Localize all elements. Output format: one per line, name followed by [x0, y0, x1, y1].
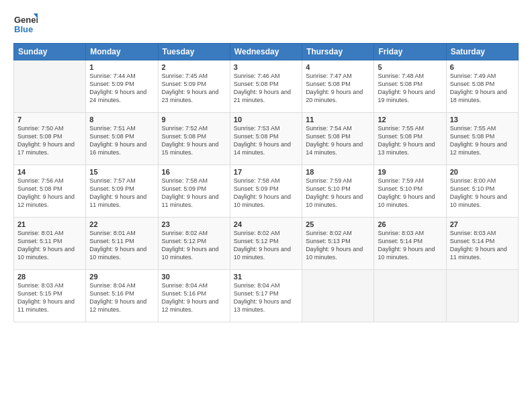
day-number: 19: [378, 168, 442, 176]
header-monday: Monday: [86, 44, 158, 60]
day-number: 15: [89, 168, 154, 176]
day-info: Sunrise: 7:58 AMSunset: 5:09 PMDaylight:…: [162, 177, 226, 210]
day-info: Sunrise: 7:57 AMSunset: 5:09 PMDaylight:…: [89, 177, 154, 210]
day-info: Sunrise: 7:45 AMSunset: 5:09 PMDaylight:…: [162, 72, 226, 105]
header: General Blue: [13, 12, 519, 36]
cell-w2-d1: 8Sunrise: 7:51 AMSunset: 5:08 PMDaylight…: [86, 113, 158, 165]
day-info: Sunrise: 7:49 AMSunset: 5:08 PMDaylight:…: [450, 72, 515, 105]
cell-w5-d1: 29Sunrise: 8:04 AMSunset: 5:16 PMDayligh…: [86, 270, 158, 322]
day-number: 31: [234, 273, 298, 281]
day-info: Sunrise: 8:02 AMSunset: 5:12 PMDaylight:…: [234, 229, 298, 262]
cell-w5-d4: [302, 270, 374, 322]
day-info: Sunrise: 8:01 AMSunset: 5:11 PMDaylight:…: [89, 229, 154, 262]
day-number: 30: [162, 273, 226, 281]
cell-w1-d5: 5Sunrise: 7:48 AMSunset: 5:08 PMDaylight…: [374, 60, 446, 113]
cell-w5-d3: 31Sunrise: 8:04 AMSunset: 5:17 PMDayligh…: [230, 270, 302, 322]
cell-w1-d3: 3Sunrise: 7:46 AMSunset: 5:08 PMDaylight…: [230, 60, 302, 113]
cell-w2-d3: 10Sunrise: 7:53 AMSunset: 5:08 PMDayligh…: [230, 113, 302, 165]
cell-w3-d2: 16Sunrise: 7:58 AMSunset: 5:09 PMDayligh…: [158, 165, 230, 218]
day-number: 6: [450, 63, 515, 71]
header-tuesday: Tuesday: [158, 44, 230, 60]
cell-w3-d0: 14Sunrise: 7:56 AMSunset: 5:08 PMDayligh…: [14, 165, 86, 218]
day-info: Sunrise: 8:01 AMSunset: 5:11 PMDaylight:…: [17, 229, 82, 262]
svg-text:Blue: Blue: [14, 24, 33, 34]
cell-w2-d6: 13Sunrise: 7:55 AMSunset: 5:08 PMDayligh…: [446, 113, 518, 165]
day-number: 12: [378, 116, 442, 124]
cell-w4-d2: 23Sunrise: 8:02 AMSunset: 5:12 PMDayligh…: [158, 218, 230, 270]
cell-w2-d0: 7Sunrise: 7:50 AMSunset: 5:08 PMDaylight…: [14, 113, 86, 165]
header-saturday: Saturday: [446, 44, 518, 60]
day-info: Sunrise: 7:47 AMSunset: 5:08 PMDaylight:…: [306, 72, 370, 105]
week-row-4: 21Sunrise: 8:01 AMSunset: 5:11 PMDayligh…: [14, 218, 519, 270]
day-number: 25: [306, 220, 370, 228]
day-number: 28: [17, 273, 82, 281]
page: General Blue SundayMondayTuesdayWednesda…: [0, 0, 532, 411]
cell-w2-d2: 9Sunrise: 7:52 AMSunset: 5:08 PMDaylight…: [158, 113, 230, 165]
cell-w4-d6: 27Sunrise: 8:03 AMSunset: 5:14 PMDayligh…: [446, 218, 518, 270]
cell-w5-d0: 28Sunrise: 8:03 AMSunset: 5:15 PMDayligh…: [14, 270, 86, 322]
cell-w1-d4: 4Sunrise: 7:47 AMSunset: 5:08 PMDaylight…: [302, 60, 374, 113]
day-info: Sunrise: 8:00 AMSunset: 5:10 PMDaylight:…: [450, 177, 515, 210]
day-info: Sunrise: 8:03 AMSunset: 5:14 PMDaylight:…: [450, 229, 515, 262]
cell-w3-d4: 18Sunrise: 7:59 AMSunset: 5:10 PMDayligh…: [302, 165, 374, 218]
cell-w3-d3: 17Sunrise: 7:58 AMSunset: 5:09 PMDayligh…: [230, 165, 302, 218]
day-info: Sunrise: 7:59 AMSunset: 5:10 PMDaylight:…: [378, 177, 442, 210]
day-number: 1: [89, 63, 154, 71]
cell-w1-d1: 1Sunrise: 7:44 AMSunset: 5:09 PMDaylight…: [86, 60, 158, 113]
day-info: Sunrise: 7:51 AMSunset: 5:08 PMDaylight:…: [89, 124, 154, 157]
day-info: Sunrise: 7:48 AMSunset: 5:08 PMDaylight:…: [378, 72, 442, 105]
day-number: 8: [89, 116, 154, 124]
day-number: 20: [450, 168, 515, 176]
cell-w2-d4: 11Sunrise: 7:54 AMSunset: 5:08 PMDayligh…: [302, 113, 374, 165]
day-number: 7: [17, 116, 82, 124]
day-number: 4: [306, 63, 370, 71]
day-number: 24: [234, 220, 298, 228]
day-info: Sunrise: 7:56 AMSunset: 5:08 PMDaylight:…: [17, 177, 82, 210]
day-number: 17: [234, 168, 298, 176]
week-row-2: 7Sunrise: 7:50 AMSunset: 5:08 PMDaylight…: [14, 113, 519, 165]
day-info: Sunrise: 7:59 AMSunset: 5:10 PMDaylight:…: [306, 177, 370, 210]
cell-w4-d3: 24Sunrise: 8:02 AMSunset: 5:12 PMDayligh…: [230, 218, 302, 270]
cell-w1-d6: 6Sunrise: 7:49 AMSunset: 5:08 PMDaylight…: [446, 60, 518, 113]
day-info: Sunrise: 8:02 AMSunset: 5:13 PMDaylight:…: [306, 229, 370, 262]
day-info: Sunrise: 7:58 AMSunset: 5:09 PMDaylight:…: [234, 177, 298, 210]
day-number: 2: [162, 63, 226, 71]
day-number: 10: [234, 116, 298, 124]
cell-w4-d5: 26Sunrise: 8:03 AMSunset: 5:14 PMDayligh…: [374, 218, 446, 270]
day-number: 26: [378, 220, 442, 228]
cell-w3-d5: 19Sunrise: 7:59 AMSunset: 5:10 PMDayligh…: [374, 165, 446, 218]
day-info: Sunrise: 7:55 AMSunset: 5:08 PMDaylight:…: [450, 124, 515, 157]
logo-svg: General Blue: [13, 12, 38, 36]
header-sunday: Sunday: [14, 44, 86, 60]
day-info: Sunrise: 8:03 AMSunset: 5:15 PMDaylight:…: [17, 281, 82, 314]
cell-w1-d0: [14, 60, 86, 113]
week-row-1: 1Sunrise: 7:44 AMSunset: 5:09 PMDaylight…: [14, 60, 519, 113]
calendar-header-row: SundayMondayTuesdayWednesdayThursdayFrid…: [14, 44, 519, 60]
svg-text:General: General: [14, 15, 38, 25]
header-thursday: Thursday: [302, 44, 374, 60]
cell-w2-d5: 12Sunrise: 7:55 AMSunset: 5:08 PMDayligh…: [374, 113, 446, 165]
day-info: Sunrise: 8:02 AMSunset: 5:12 PMDaylight:…: [162, 229, 226, 262]
day-info: Sunrise: 7:55 AMSunset: 5:08 PMDaylight:…: [378, 124, 442, 157]
day-number: 29: [89, 273, 154, 281]
day-info: Sunrise: 8:04 AMSunset: 5:16 PMDaylight:…: [89, 281, 154, 314]
day-number: 21: [17, 220, 82, 228]
logo: General Blue: [13, 12, 38, 36]
day-info: Sunrise: 8:03 AMSunset: 5:14 PMDaylight:…: [378, 229, 442, 262]
week-row-3: 14Sunrise: 7:56 AMSunset: 5:08 PMDayligh…: [14, 165, 519, 218]
day-number: 9: [162, 116, 226, 124]
cell-w3-d6: 20Sunrise: 8:00 AMSunset: 5:10 PMDayligh…: [446, 165, 518, 218]
day-info: Sunrise: 8:04 AMSunset: 5:16 PMDaylight:…: [162, 281, 226, 314]
cell-w4-d0: 21Sunrise: 8:01 AMSunset: 5:11 PMDayligh…: [14, 218, 86, 270]
day-number: 18: [306, 168, 370, 176]
day-number: 23: [162, 220, 226, 228]
day-info: Sunrise: 7:54 AMSunset: 5:08 PMDaylight:…: [306, 124, 370, 157]
cell-w1-d2: 2Sunrise: 7:45 AMSunset: 5:09 PMDaylight…: [158, 60, 230, 113]
day-info: Sunrise: 7:46 AMSunset: 5:08 PMDaylight:…: [234, 72, 298, 105]
day-info: Sunrise: 8:04 AMSunset: 5:17 PMDaylight:…: [234, 281, 298, 314]
day-info: Sunrise: 7:53 AMSunset: 5:08 PMDaylight:…: [234, 124, 298, 157]
cell-w3-d1: 15Sunrise: 7:57 AMSunset: 5:09 PMDayligh…: [86, 165, 158, 218]
day-number: 16: [162, 168, 226, 176]
day-info: Sunrise: 7:52 AMSunset: 5:08 PMDaylight:…: [162, 124, 226, 157]
calendar-table: SundayMondayTuesdayWednesdayThursdayFrid…: [13, 43, 519, 322]
